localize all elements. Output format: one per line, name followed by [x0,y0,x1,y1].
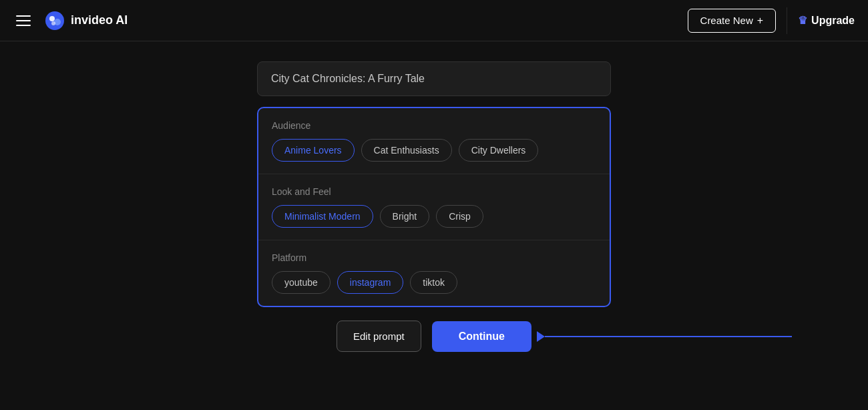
tag-crisp-label: Crisp [449,211,471,222]
tag-youtube-label: youtube [284,277,318,288]
tag-crisp[interactable]: Crisp [436,205,483,228]
header-right: Create New + ♛ Upgrade [688,7,855,34]
tag-tiktok[interactable]: tiktok [410,271,457,294]
edit-prompt-button[interactable]: Edit prompt [337,321,421,352]
arrow-indicator [537,331,792,342]
tag-cat-enthusiasts[interactable]: Cat Enthusiasts [361,139,452,162]
tag-bright[interactable]: Bright [380,205,430,228]
plus-icon: + [757,15,763,27]
app-header: invideo AI Create New + ♛ Upgrade [0,0,868,41]
header-divider [787,7,787,34]
platform-section: Platform youtube instagram tiktok [258,240,610,306]
tag-minimalist-modern[interactable]: Minimalist Modern [272,205,373,228]
tag-minimalist-modern-label: Minimalist Modern [284,211,361,222]
tag-cat-enthusiasts-label: Cat Enthusiasts [374,145,439,156]
continue-button[interactable]: Continue [432,321,531,352]
logo-icon [44,10,65,31]
options-card: Audience Anime Lovers Cat Enthusiasts Ci… [257,107,611,307]
look-and-feel-tags-row: Minimalist Modern Bright Crisp [272,205,596,228]
video-title-display: City Cat Chronicles: A Furry Tale [257,61,611,96]
audience-label: Audience [272,120,596,131]
continue-label: Continue [459,331,505,342]
audience-section: Audience Anime Lovers Cat Enthusiasts Ci… [258,108,610,174]
arrow-head-icon [537,331,545,342]
svg-point-3 [51,21,55,25]
tag-instagram-label: instagram [350,277,391,288]
main-content: City Cat Chronicles: A Furry Tale Audien… [0,41,868,352]
upgrade-button[interactable]: ♛ Upgrade [798,14,855,27]
arrow-line [545,336,792,337]
edit-prompt-label: Edit prompt [353,331,405,342]
tag-tiktok-label: tiktok [423,277,445,288]
tag-bright-label: Bright [393,211,417,222]
crown-icon: ♛ [798,14,807,27]
svg-point-1 [49,16,55,21]
upgrade-label: Upgrade [811,15,855,27]
hamburger-menu[interactable] [13,13,33,29]
audience-tags-row: Anime Lovers Cat Enthusiasts City Dwelle… [272,139,596,162]
bottom-actions: Edit prompt Continue [337,321,531,352]
create-new-label: Create New [700,15,753,26]
platform-label: Platform [272,252,596,263]
create-new-button[interactable]: Create New + [688,9,777,33]
tag-anime-lovers[interactable]: Anime Lovers [272,139,355,162]
platform-tags-row: youtube instagram tiktok [272,271,596,294]
logo-text: invideo AI [71,13,128,27]
tag-instagram[interactable]: instagram [337,271,403,294]
logo-container: invideo AI [44,10,128,31]
look-and-feel-section: Look and Feel Minimalist Modern Bright C… [258,174,610,240]
tag-anime-lovers-label: Anime Lovers [284,145,342,156]
header-left: invideo AI [13,10,128,31]
tag-youtube[interactable]: youtube [272,271,331,294]
look-and-feel-label: Look and Feel [272,186,596,197]
tag-city-dwellers[interactable]: City Dwellers [459,139,539,162]
tag-city-dwellers-label: City Dwellers [471,145,526,156]
